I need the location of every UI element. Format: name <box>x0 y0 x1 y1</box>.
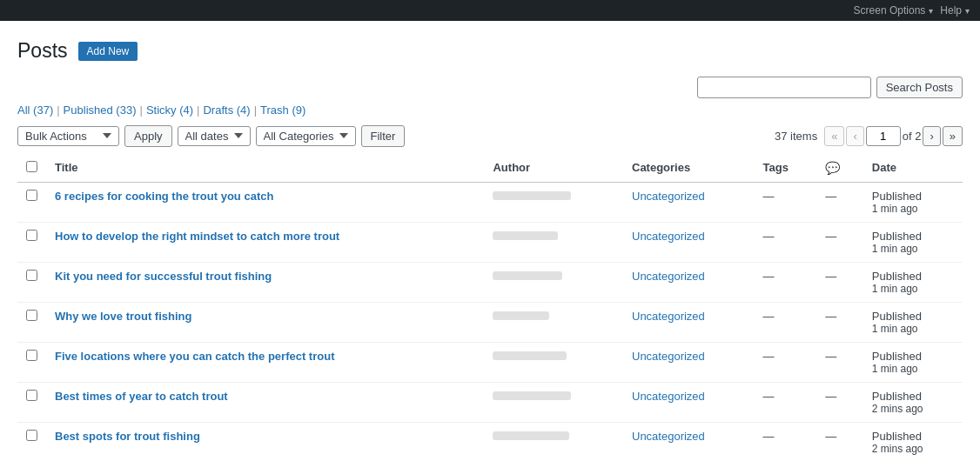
screen-options-caret: ▾ <box>929 6 933 16</box>
post-author-cell <box>484 382 623 422</box>
page-header: Posts Add New <box>17 38 963 64</box>
post-date-cell: Published 1 min ago <box>863 222 963 262</box>
row-checkbox[interactable] <box>26 390 37 401</box>
row-checkbox-cell <box>17 382 46 422</box>
screen-options-label: Screen Options <box>854 4 926 17</box>
post-tags-cell: — <box>755 222 817 262</box>
date-status: Published <box>872 350 954 363</box>
row-checkbox[interactable] <box>26 430 37 441</box>
tags-value: — <box>763 230 775 243</box>
author-placeholder <box>493 391 571 400</box>
tablenav-left: Bulk ActionsEditMove to Trash Apply All … <box>17 125 405 147</box>
bulk-actions-select[interactable]: Bulk ActionsEditMove to Trash <box>17 126 119 146</box>
table-row: Best times of year to catch trout Uncate… <box>17 382 963 422</box>
date-time: 1 min ago <box>872 283 954 295</box>
date-time: 1 min ago <box>872 203 954 215</box>
date-time: 1 min ago <box>872 243 954 255</box>
row-checkbox-cell <box>17 182 46 222</box>
author-placeholder <box>493 431 569 440</box>
post-categories-cell: Uncategorized <box>623 262 755 302</box>
tags-value: — <box>763 350 775 363</box>
date-status: Published <box>872 190 954 203</box>
apply-button[interactable]: Apply <box>124 125 172 147</box>
date-status: Published <box>872 230 954 243</box>
table-row: Best spots for trout fishing Uncategoriz… <box>17 422 963 461</box>
post-comments-cell: — <box>816 382 863 422</box>
tags-value: — <box>763 310 775 323</box>
post-title-cell: Best times of year to catch trout <box>46 382 484 422</box>
row-checkbox[interactable] <box>26 230 37 241</box>
help-button[interactable]: Help ▾ <box>940 4 970 17</box>
add-new-button[interactable]: Add New <box>78 42 138 61</box>
post-title-link[interactable]: How to develop the right mindset to catc… <box>55 230 339 243</box>
select-all-checkbox[interactable] <box>26 161 37 172</box>
post-title-link[interactable]: Best spots for trout fishing <box>55 430 200 443</box>
tags-header: Tags <box>755 154 817 183</box>
sticky-posts-link[interactable]: Sticky (4) <box>146 104 193 117</box>
help-caret: ▾ <box>965 6 970 16</box>
date-time: 1 min ago <box>872 323 954 335</box>
post-tags-cell: — <box>755 182 817 222</box>
post-date-cell: Published 1 min ago <box>863 262 963 302</box>
post-author-cell <box>484 302 623 342</box>
date-status: Published <box>872 270 954 283</box>
date-time: 2 mins ago <box>872 443 954 455</box>
title-header[interactable]: Title <box>46 154 484 183</box>
filter-button[interactable]: Filter <box>361 125 406 147</box>
published-posts-link[interactable]: Published (33) <box>64 104 137 117</box>
title-sort-link[interactable]: Title <box>55 161 78 174</box>
trash-posts-link[interactable]: Trash (9) <box>260 104 305 117</box>
category-link[interactable]: Uncategorized <box>632 310 705 323</box>
post-title-link[interactable]: Why we love trout fishing <box>55 310 191 323</box>
post-comments-cell: — <box>816 302 863 342</box>
drafts-posts-link[interactable]: Drafts (4) <box>203 104 250 117</box>
tags-value: — <box>763 190 775 203</box>
post-title-link[interactable]: Five locations where you can catch the p… <box>55 350 334 363</box>
author-placeholder <box>493 311 549 320</box>
all-posts-link[interactable]: All (37) <box>17 104 53 117</box>
row-checkbox[interactable] <box>26 270 37 281</box>
category-link[interactable]: Uncategorized <box>632 270 705 283</box>
dates-filter-select[interactable]: All dates <box>178 126 251 146</box>
post-tags-cell: — <box>755 342 817 382</box>
last-page-button[interactable]: » <box>943 126 963 146</box>
search-input[interactable] <box>697 77 871 98</box>
screen-options-button[interactable]: Screen Options ▾ <box>854 4 934 17</box>
category-link[interactable]: Uncategorized <box>632 230 705 243</box>
post-categories-cell: Uncategorized <box>623 382 755 422</box>
date-time: 2 mins ago <box>872 403 954 415</box>
post-title-link[interactable]: Kit you need for successful trout fishin… <box>55 270 272 283</box>
comments-value: — <box>825 350 836 363</box>
post-title-link[interactable]: 6 recipes for cooking the trout you catc… <box>55 190 273 203</box>
search-posts-button[interactable]: Search Posts <box>876 77 963 98</box>
first-page-button[interactable]: « <box>824 126 844 146</box>
post-comments-cell: — <box>816 262 863 302</box>
comments-value: — <box>825 310 836 323</box>
next-page-button[interactable]: › <box>923 126 940 146</box>
category-link[interactable]: Uncategorized <box>632 430 705 443</box>
category-link[interactable]: Uncategorized <box>632 390 705 403</box>
row-checkbox[interactable] <box>26 310 37 321</box>
prev-page-button[interactable]: ‹ <box>846 126 863 146</box>
table-row: Kit you need for successful trout fishin… <box>17 262 963 302</box>
post-tags-cell: — <box>755 262 817 302</box>
comments-header: 💬 <box>816 154 863 183</box>
help-label: Help <box>940 4 962 17</box>
post-title-link[interactable]: Best times of year to catch trout <box>55 390 228 403</box>
post-tags-cell: — <box>755 302 817 342</box>
current-page-input[interactable] <box>866 126 901 146</box>
comments-value: — <box>825 230 836 243</box>
post-date-cell: Published 1 min ago <box>863 302 963 342</box>
author-placeholder <box>493 231 558 240</box>
category-link[interactable]: Uncategorized <box>632 190 705 203</box>
row-checkbox[interactable] <box>26 190 37 201</box>
post-title-cell: How to develop the right mindset to catc… <box>46 222 484 262</box>
post-categories-cell: Uncategorized <box>623 342 755 382</box>
category-link[interactable]: Uncategorized <box>632 350 705 363</box>
post-comments-cell: — <box>816 342 863 382</box>
table-row: Why we love trout fishing Uncategorized … <box>17 302 963 342</box>
post-author-cell <box>484 262 623 302</box>
post-title-cell: Best spots for trout fishing <box>46 422 484 461</box>
categories-filter-select[interactable]: All Categories <box>256 126 356 146</box>
row-checkbox[interactable] <box>26 350 37 361</box>
